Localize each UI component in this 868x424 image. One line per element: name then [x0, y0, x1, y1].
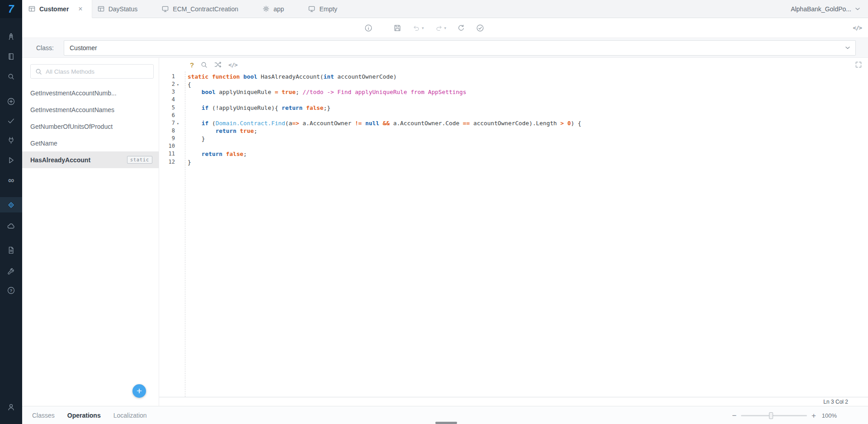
- info-button[interactable]: [364, 24, 373, 32]
- logo-text: 7: [8, 3, 14, 15]
- sidebar-book-button[interactable]: [0, 49, 22, 64]
- code-line[interactable]: 4: [159, 96, 868, 104]
- line-number: 1: [159, 73, 175, 80]
- workspace-label: AlphaBank_GoldPo...: [791, 5, 851, 13]
- editor-code-button[interactable]: </>: [228, 61, 237, 68]
- sidebar-user-button[interactable]: [0, 399, 22, 415]
- method-item[interactable]: GetNumberOfUnitsOfProduct: [22, 118, 159, 135]
- class-select[interactable]: Customer: [64, 40, 856, 56]
- code-line[interactable]: 9 }: [159, 135, 868, 142]
- sidebar-check-button[interactable]: [0, 113, 22, 128]
- refresh-button[interactable]: [457, 24, 465, 32]
- sidebar-plug-button[interactable]: [0, 132, 22, 148]
- line-number: 8: [159, 127, 175, 135]
- view-code-button[interactable]: </>: [853, 18, 862, 38]
- code-line[interactable]: 7▾ if (Domain.Contract.Find(a=> a.Accoun…: [159, 119, 868, 127]
- help-icon: ?: [7, 286, 15, 295]
- sidebar-help-button[interactable]: ?: [0, 283, 22, 298]
- line-number: 7: [159, 119, 175, 127]
- main-area: GetInvestmentAccountNumb...GetInvestment…: [22, 57, 868, 406]
- table-icon: [98, 5, 104, 12]
- fullscreen-icon[interactable]: [855, 61, 862, 68]
- code-area[interactable]: 1static function bool HasAlreadyAccount(…: [159, 71, 868, 397]
- undo-button[interactable]: ▾: [412, 24, 424, 32]
- bottom-bar: ClassesOperationsLocalization − + 100%: [22, 406, 868, 424]
- line-number: 3: [159, 88, 175, 96]
- tab-ecm-contractcreation[interactable]: ECM_ContractCreation: [158, 0, 242, 18]
- caret-down-icon[interactable]: ▾: [422, 26, 424, 30]
- bottom-tab-classes[interactable]: Classes: [32, 412, 55, 419]
- app-window: 7 ∞? Customer×DayStatusECM_ContractCreat…: [0, 0, 868, 424]
- redo-button[interactable]: ▾: [435, 24, 447, 32]
- zoom-slider-thumb[interactable]: [769, 412, 773, 419]
- bottom-tab-localization[interactable]: Localization: [113, 412, 147, 419]
- code-text: if (Domain.Contract.Find(a=> a.AccountOw…: [188, 119, 581, 127]
- workspace-selector[interactable]: AlphaBank_GoldPo...: [791, 0, 868, 18]
- tab-app[interactable]: app: [259, 0, 288, 18]
- sidebar-cloud-button[interactable]: [0, 218, 22, 234]
- add-method-button[interactable]: +: [132, 384, 146, 398]
- sidebar-search-button[interactable]: [0, 69, 22, 84]
- method-item[interactable]: HasAlreadyAccountstatic: [22, 151, 159, 168]
- code-text: }: [188, 135, 205, 142]
- sidebar-wrench-button[interactable]: [0, 264, 22, 279]
- method-item[interactable]: GetName: [22, 135, 159, 151]
- search-icon: [201, 61, 208, 68]
- fold-icon[interactable]: ▾: [177, 120, 179, 127]
- code-line[interactable]: 8 return true;: [159, 127, 868, 135]
- sidebar-diamond-button[interactable]: [0, 197, 22, 212]
- code-line[interactable]: 10: [159, 142, 868, 150]
- editor-status-bar: Ln 3 Col 2: [159, 397, 868, 406]
- gear-icon: [263, 5, 269, 12]
- bottom-tab-operations[interactable]: Operations: [67, 412, 101, 419]
- undo-icon: [412, 24, 420, 32]
- code-line[interactable]: 1static function bool HasAlreadyAccount(…: [159, 73, 868, 80]
- sidebar-play-button[interactable]: [0, 152, 22, 168]
- chevron-down-icon: [855, 8, 860, 10]
- code-line[interactable]: 11 return false;: [159, 150, 868, 158]
- check-icon: [7, 117, 15, 125]
- class-methods-search-input[interactable]: [46, 68, 149, 75]
- sidebar-rocket-button[interactable]: [0, 29, 22, 44]
- play-icon: [7, 156, 15, 165]
- save-icon: [393, 24, 401, 32]
- zoom-in-button[interactable]: +: [811, 412, 816, 419]
- tab-empty[interactable]: Empty: [305, 0, 341, 18]
- code-line[interactable]: 6: [159, 112, 868, 119]
- method-search-box: [30, 64, 154, 79]
- save-button[interactable]: [393, 24, 401, 32]
- line-number: 6: [159, 112, 175, 119]
- zoom-out-button[interactable]: −: [732, 412, 736, 419]
- horizontal-scrollbar-thumb[interactable]: [435, 422, 457, 424]
- app-logo[interactable]: 7: [0, 0, 22, 18]
- code-line[interactable]: 2▾{: [159, 80, 868, 88]
- code-icon: </>: [228, 61, 237, 68]
- tab-daystatus[interactable]: DayStatus: [94, 0, 142, 18]
- method-item[interactable]: GetInvestmentAccountNumb...: [22, 85, 159, 101]
- method-item[interactable]: GetInvestmentAccountNames: [22, 101, 159, 118]
- sidebar-plus-circle-button[interactable]: [0, 94, 22, 109]
- diamond-icon: [7, 201, 15, 209]
- code-text: return true;: [188, 127, 257, 135]
- plus-circle-icon: [7, 97, 15, 106]
- code-line[interactable]: 5 if (!applyUniqueRule){ return false;}: [159, 104, 868, 112]
- editor-shuffle-button[interactable]: [214, 61, 222, 68]
- wrench-icon: [7, 267, 15, 276]
- tab-label: Customer: [39, 5, 69, 13]
- code-line[interactable]: 12}: [159, 158, 868, 166]
- editor-search-button[interactable]: [201, 61, 208, 68]
- tab-customer[interactable]: Customer×: [22, 0, 92, 18]
- fold-icon[interactable]: ▾: [177, 81, 179, 89]
- code-line[interactable]: 3 bool applyUniqueRule = true; //todo ->…: [159, 88, 868, 96]
- caret-down-icon[interactable]: ▾: [444, 26, 447, 30]
- sidebar-document-button[interactable]: [0, 242, 22, 258]
- sidebar-infinity-button[interactable]: ∞: [0, 172, 22, 188]
- zoom-slider[interactable]: [741, 415, 807, 416]
- check-circle-button[interactable]: [476, 24, 484, 32]
- code-editor: ?</> 1static function bool HasAlreadyAcc…: [159, 58, 868, 406]
- editor-help-q-button[interactable]: ?: [190, 61, 194, 69]
- chevron-down-icon: [845, 47, 850, 49]
- close-icon[interactable]: ×: [78, 5, 82, 13]
- plug-icon: [7, 136, 15, 145]
- user-icon: [7, 403, 15, 411]
